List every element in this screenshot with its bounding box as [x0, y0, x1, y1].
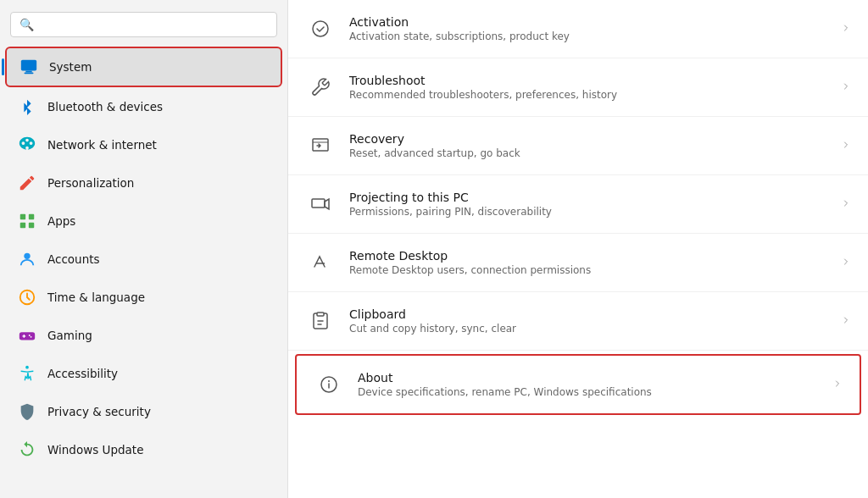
sidebar-item-system[interactable]: System	[5, 47, 282, 87]
remote-desktop-desc: Remote Desktop users, connection permiss…	[349, 264, 591, 276]
svg-rect-9	[19, 332, 35, 340]
svg-rect-4	[29, 214, 34, 219]
activation-title: Activation	[349, 15, 570, 29]
clipboard-chevron-icon	[841, 315, 851, 328]
activation-chevron-icon	[841, 23, 851, 36]
recovery-title: Recovery	[349, 132, 520, 146]
clipboard-desc: Cut and copy history, sync, clear	[349, 323, 516, 335]
remote-desktop-settings-icon	[305, 247, 336, 278]
troubleshoot-title: Troubleshoot	[349, 74, 617, 87]
sidebar-item-privacy[interactable]: Privacy & security	[5, 393, 282, 430]
recovery-text-container: RecoveryReset, advanced startup, go back	[349, 132, 520, 159]
accounts-icon	[17, 249, 37, 269]
sidebar-item-personalization-label: Personalization	[47, 176, 134, 190]
update-icon	[17, 440, 37, 460]
sidebar-item-gaming[interactable]: Gaming	[5, 317, 282, 354]
settings-item-projecting[interactable]: Projecting to this PCPermissions, pairin…	[288, 175, 868, 234]
sidebar-item-accessibility[interactable]: Accessibility	[5, 355, 282, 392]
activation-desc: Activation state, subscriptions, product…	[349, 30, 570, 42]
time-icon	[17, 287, 37, 307]
sidebar-item-update-label: Windows Update	[47, 443, 143, 456]
clipboard-text-container: ClipboardCut and copy history, sync, cle…	[349, 307, 516, 335]
settings-item-troubleshoot[interactable]: TroubleshootRecommended troubleshooters,…	[288, 58, 868, 117]
svg-rect-1	[25, 71, 31, 73]
sidebar-item-accounts[interactable]: Accounts	[5, 241, 282, 278]
sidebar-item-personalization[interactable]: Personalization	[5, 164, 282, 202]
apps-icon	[17, 211, 37, 231]
svg-rect-0	[21, 60, 36, 71]
sidebar-item-time-label: Time & language	[47, 290, 145, 304]
sidebar-item-time[interactable]: Time & language	[5, 279, 282, 316]
sidebar-item-bluetooth-label: Bluetooth & devices	[47, 100, 163, 113]
projecting-text-container: Projecting to this PCPermissions, pairin…	[349, 191, 552, 218]
svg-point-7	[24, 253, 30, 259]
troubleshoot-settings-icon	[305, 72, 336, 102]
sidebar-item-apps-label: Apps	[47, 214, 75, 228]
sidebar-item-privacy-label: Privacy & security	[47, 405, 151, 418]
settings-item-clipboard[interactable]: ClipboardCut and copy history, sync, cle…	[288, 292, 868, 351]
sidebar: 🔍 SystemBluetooth & devicesNetwork & int…	[0, 0, 288, 498]
projecting-chevron-icon	[841, 198, 851, 211]
main-content: ActivationActivation state, subscription…	[288, 0, 868, 498]
sidebar-item-update[interactable]: Windows Update	[5, 431, 282, 468]
nav-items-list: SystemBluetooth & devicesNetwork & inter…	[0, 46, 287, 469]
settings-item-remote-desktop[interactable]: Remote DesktopRemote Desktop users, conn…	[288, 234, 868, 292]
remote-desktop-text-container: Remote DesktopRemote Desktop users, conn…	[349, 249, 591, 276]
clipboard-title: Clipboard	[349, 307, 516, 321]
svg-rect-5	[20, 223, 25, 228]
recovery-desc: Reset, advanced startup, go back	[349, 147, 520, 159]
sidebar-item-accounts-label: Accounts	[47, 252, 100, 266]
projecting-settings-icon	[305, 189, 336, 219]
privacy-icon	[17, 401, 37, 422]
recovery-settings-icon	[305, 130, 336, 161]
svg-rect-18	[317, 313, 324, 316]
search-icon: 🔍	[19, 18, 34, 31]
settings-window: 🔍 SystemBluetooth & devicesNetwork & int…	[0, 0, 868, 498]
activation-settings-icon	[305, 14, 336, 44]
svg-point-12	[29, 335, 31, 336]
remote-desktop-title: Remote Desktop	[349, 249, 591, 263]
svg-point-15	[313, 21, 328, 36]
about-chevron-icon	[832, 379, 843, 391]
sidebar-item-bluetooth[interactable]: Bluetooth & devices	[5, 88, 282, 125]
search-input[interactable]	[41, 19, 268, 31]
settings-item-activation[interactable]: ActivationActivation state, subscription…	[288, 0, 868, 58]
svg-point-13	[31, 336, 32, 338]
about-settings-icon	[314, 369, 344, 400]
troubleshoot-text-container: TroubleshootRecommended troubleshooters,…	[349, 74, 617, 101]
svg-rect-2	[25, 72, 34, 74]
system-icon	[19, 57, 39, 77]
remote-desktop-chevron-icon	[841, 257, 851, 269]
bluetooth-icon	[17, 97, 37, 117]
svg-rect-3	[20, 214, 25, 219]
search-box[interactable]: 🔍	[10, 12, 277, 37]
network-icon	[17, 135, 37, 155]
troubleshoot-chevron-icon	[841, 81, 851, 94]
about-title: About	[358, 371, 652, 385]
sidebar-item-system-label: System	[49, 60, 92, 74]
projecting-desc: Permissions, pairing PIN, discoverabilit…	[349, 206, 552, 218]
sidebar-item-apps[interactable]: Apps	[5, 202, 282, 240]
about-desc: Device specifications, rename PC, Window…	[358, 386, 652, 398]
gaming-icon	[17, 325, 37, 346]
troubleshoot-desc: Recommended troubleshooters, preferences…	[349, 89, 617, 101]
projecting-title: Projecting to this PC	[349, 191, 552, 204]
accessibility-icon	[17, 363, 37, 384]
activation-text-container: ActivationActivation state, subscription…	[349, 15, 570, 42]
clipboard-settings-icon	[305, 306, 336, 336]
personalization-icon	[17, 173, 37, 193]
recovery-chevron-icon	[841, 140, 851, 152]
sidebar-item-gaming-label: Gaming	[47, 329, 92, 342]
settings-list: ActivationActivation state, subscription…	[288, 0, 868, 415]
sidebar-item-network-label: Network & internet	[47, 138, 157, 152]
sidebar-item-network[interactable]: Network & internet	[5, 126, 282, 163]
svg-point-14	[25, 366, 29, 369]
about-text-container: AboutDevice specifications, rename PC, W…	[358, 371, 652, 398]
settings-item-about[interactable]: AboutDevice specifications, rename PC, W…	[295, 354, 861, 415]
settings-item-recovery[interactable]: RecoveryReset, advanced startup, go back	[288, 117, 868, 175]
svg-rect-6	[29, 223, 34, 228]
sidebar-item-accessibility-label: Accessibility	[47, 367, 118, 380]
svg-rect-17	[312, 199, 325, 208]
